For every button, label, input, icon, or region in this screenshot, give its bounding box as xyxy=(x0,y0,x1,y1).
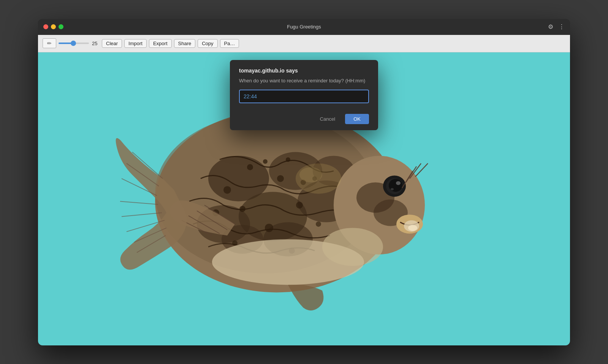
dialog-message: When do you want to receive a reminder t… xyxy=(239,77,369,84)
dialog-overlay: tomayac.github.io says When do you want … xyxy=(38,52,570,345)
share-button[interactable]: Share xyxy=(174,39,196,48)
paste-button[interactable]: Pa… xyxy=(220,39,239,48)
content-area: tomayac.github.io says When do you want … xyxy=(38,52,570,345)
browser-window: Fugu Greetings ⚙ ⋮ ✏ 25 Clear Import Exp… xyxy=(38,19,570,345)
close-button[interactable] xyxy=(43,24,48,29)
import-button[interactable]: Import xyxy=(124,39,147,48)
title-bar: Fugu Greetings ⚙ ⋮ xyxy=(38,19,570,35)
traffic-lights xyxy=(43,24,63,29)
dialog-source: tomayac.github.io says xyxy=(239,68,369,74)
export-button[interactable]: Export xyxy=(149,39,172,48)
window-title: Fugu Greetings xyxy=(287,24,321,30)
cancel-button[interactable]: Cancel xyxy=(314,114,341,124)
maximize-button[interactable] xyxy=(59,24,63,29)
minimize-button[interactable] xyxy=(51,24,56,29)
brush-size-value: 25 xyxy=(92,41,100,46)
pen-tool-icon[interactable]: ✏ xyxy=(43,38,56,48)
copy-button[interactable]: Copy xyxy=(198,39,217,48)
prompt-dialog: tomayac.github.io says When do you want … xyxy=(230,60,378,130)
ok-button[interactable]: OK xyxy=(345,114,369,124)
dialog-footer: Cancel OK xyxy=(230,109,378,130)
title-bar-right: ⚙ ⋮ xyxy=(548,23,565,30)
brush-size-slider[interactable] xyxy=(59,43,89,44)
dialog-body: tomayac.github.io says When do you want … xyxy=(230,60,378,109)
menu-icon[interactable]: ⋮ xyxy=(559,23,565,30)
extensions-icon[interactable]: ⚙ xyxy=(548,23,553,30)
toolbar: ✏ 25 Clear Import Export Share Copy Pa… xyxy=(38,35,570,52)
reminder-time-input[interactable] xyxy=(239,90,369,103)
brush-size-slider-container: 25 xyxy=(59,41,100,46)
clear-button[interactable]: Clear xyxy=(102,39,122,48)
